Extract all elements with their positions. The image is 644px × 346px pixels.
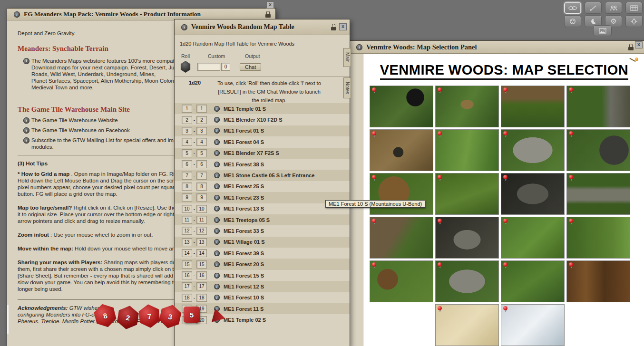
roll-from-box[interactable]: 6 [182,160,192,168]
map-tile[interactable] [501,304,565,346]
map-tile[interactable] [501,129,565,171]
info-icon[interactable] [214,128,220,134]
roll-from-box[interactable]: 13 [182,238,192,246]
roll-from-box[interactable]: 16 [182,271,192,279]
roll-to-box[interactable]: 12 [196,227,207,235]
info-icon[interactable] [214,206,220,211]
map-tile[interactable] [435,86,499,127]
close-icon[interactable] [635,41,643,48]
gtw-link-label[interactable]: The Game Tile Warehouse Website [31,117,118,124]
table-row[interactable]: 2 2 ME1 Blender X10 F2D S [175,114,350,125]
side-tab[interactable]: Notes [343,77,351,98]
map-tile[interactable] [501,217,565,259]
roll-to-box[interactable]: 6 [196,160,207,168]
map-tile[interactable] [566,260,630,302]
roll-from-box[interactable]: 2 [182,116,192,124]
table-row[interactable]: 7 7 ME1 Stone Castle 05 S Left Entrance [175,170,350,181]
info-icon[interactable] [214,261,220,267]
roll-to-box[interactable]: 2 [196,116,207,124]
info-icon[interactable] [214,250,220,256]
table-row[interactable]: 10 10 ME1 Forest 13 S [175,203,350,214]
roll-to-box[interactable]: 16 [196,271,207,279]
roll-from-box[interactable]: 10 [182,205,192,213]
table-row[interactable]: 6 6 ME1 Forest 38 S [175,159,350,170]
table-row[interactable]: 5 5 ME1 Blender X7 F2S S [175,148,350,159]
roll-to-box[interactable]: 5 [196,149,207,157]
table-row[interactable]: 17 17 ME1 Forest 12 S [175,281,350,292]
pointer-tool-button[interactable] [585,2,602,14]
palette-button[interactable] [564,15,581,27]
roll-from-box[interactable]: 8 [182,183,192,191]
tables-button[interactable] [625,2,643,14]
table-row[interactable]: 8 8 ME1 Forest 25 S [175,181,350,192]
d6-die[interactable]: 5 [184,307,200,323]
roll-to-box[interactable]: 15 [196,260,207,269]
info-icon[interactable] [214,195,220,201]
chat-output-button[interactable]: Chat [240,63,261,71]
info-icon[interactable] [214,162,220,167]
roll-to-box[interactable]: 4 [196,138,207,146]
map-tile[interactable] [370,217,433,259]
map-tile[interactable] [435,217,499,259]
roll-from-box[interactable]: 3 [182,127,192,135]
info-icon[interactable] [23,117,29,124]
info-icon[interactable] [214,273,220,279]
roll-to-box[interactable]: 10 [196,205,207,213]
roll-to-box[interactable]: 8 [196,183,207,191]
info-icon[interactable] [214,295,220,300]
roll-to-box[interactable]: 3 [196,127,207,135]
map-tile[interactable] [501,173,565,215]
map-tile[interactable] [370,260,433,302]
roll-from-box[interactable]: 9 [182,193,192,202]
gtw-link-label[interactable]: Subscribe to the GTW Mailing List for sp… [31,137,180,150]
info-icon[interactable] [214,183,220,189]
table-row[interactable]: 14 14 ME1 Forest 39 S [175,248,350,259]
roll-from-box[interactable]: 17 [182,282,192,290]
table-row[interactable]: 1 1 ME1 Temple 01 S [175,103,350,114]
map-tile[interactable] [501,260,565,302]
close-icon[interactable] [266,1,274,9]
map-tile[interactable] [435,304,499,346]
lock-icon[interactable] [331,24,336,30]
scrollbar-thumb[interactable] [7,305,9,334]
info-icon[interactable] [214,284,220,289]
roll-to-box[interactable]: 9 [196,193,207,202]
map-tile[interactable] [435,260,499,302]
table-row[interactable]: 11 11 ME1 Treetops 05 S [175,214,350,225]
info-icon[interactable] [214,106,220,112]
table-row[interactable]: 9 9 ME1 Forest 23 S [175,192,350,203]
roll-to-box[interactable]: 14 [196,249,207,257]
table-row[interactable]: 20 20 ME1 Temple 02 S [175,314,350,325]
table-row[interactable]: 16 16 ME1 Forest 15 S [175,270,350,281]
gtw-link-label[interactable]: The Game Tile Warehouse on Facebook [31,127,130,134]
table-row[interactable]: 13 13 ME1 Village 01 S [175,237,350,248]
map-tile[interactable] [501,86,565,127]
lock-icon[interactable] [628,44,634,50]
roll-from-box[interactable]: 4 [182,138,192,146]
map-tile[interactable] [435,173,499,215]
roll-from-box[interactable]: 5 [182,149,192,157]
table-row[interactable]: 3 3 ME1 Forest 01 S [175,125,350,136]
map-tile[interactable] [566,217,630,259]
roll-from-box[interactable]: 18 [182,294,192,302]
map-tile[interactable] [566,86,630,127]
roll-from-box[interactable]: 7 [182,172,192,180]
map-tile[interactable] [435,129,499,171]
close-icon[interactable] [339,23,347,30]
info-icon[interactable] [214,173,220,178]
roll-to-box[interactable]: 7 [196,172,207,180]
map-tile[interactable] [566,129,630,171]
info-icon[interactable] [23,58,29,64]
players-button[interactable] [605,2,622,14]
roll-from-box[interactable]: 11 [182,216,192,224]
info-icon[interactable] [214,139,220,145]
roll-from-box[interactable]: 1 [182,105,192,113]
map-tile[interactable] [370,86,433,127]
link-mode-button[interactable] [564,2,581,14]
map-tile[interactable] [566,173,630,215]
table-row[interactable]: 4 4 ME1 Forest 04 S [175,136,350,147]
table-row[interactable]: 15 15 ME1 Forest 20 S [175,259,350,269]
info-icon[interactable] [23,127,29,134]
info-icon[interactable] [23,137,29,144]
roll-from-box[interactable]: 15 [182,260,192,269]
